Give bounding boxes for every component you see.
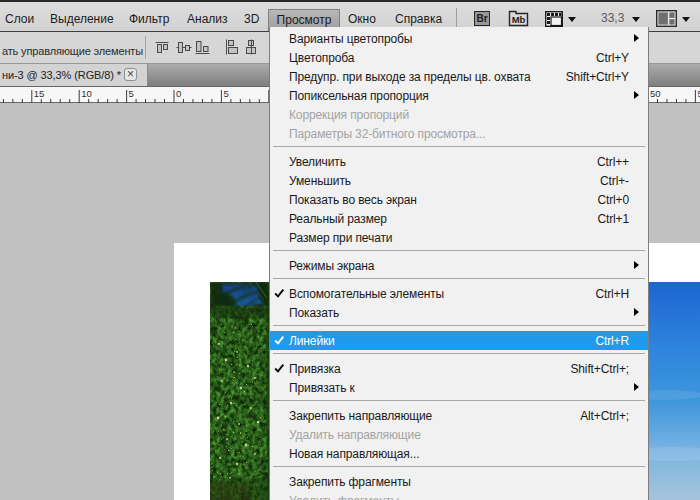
svg-text:0: 0: [176, 88, 181, 99]
svg-text:5: 5: [223, 88, 228, 99]
svg-text:10: 10: [81, 88, 92, 99]
svg-text:50: 50: [650, 88, 661, 99]
svg-text:Mb: Mb: [512, 14, 526, 25]
svg-text:15: 15: [34, 88, 45, 99]
svg-text:5: 5: [129, 88, 134, 99]
